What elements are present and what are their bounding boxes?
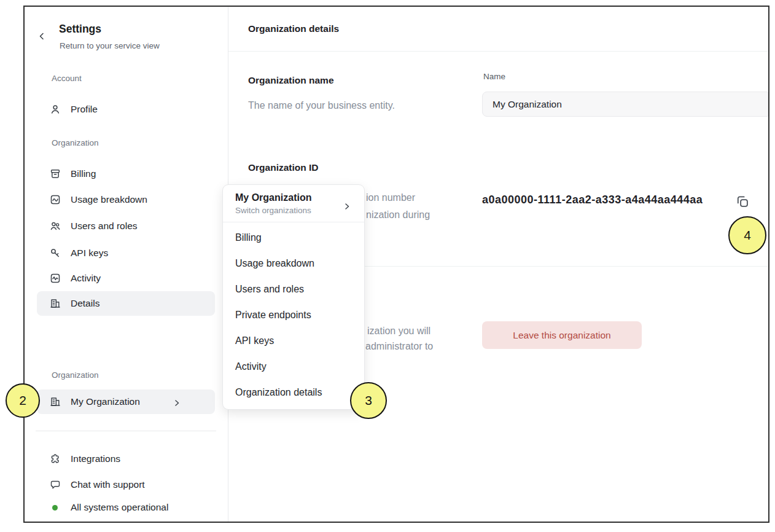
chevron-right-icon [173, 398, 181, 405]
sidebar-item-label: Chat with support [71, 479, 145, 490]
popup-menu-list: Billing Usage breakdown Users and roles … [223, 222, 364, 409]
organization-name-input[interactable] [482, 92, 768, 117]
section-label-organization: Organization [52, 138, 99, 147]
annotation-step-4: 4 [728, 216, 766, 254]
status-dot-icon [52, 505, 58, 510]
page-title: Organization details [248, 23, 339, 34]
section-label-account: Account [52, 74, 82, 83]
sidebar-item-activity[interactable]: Activity [37, 266, 215, 291]
sidebar-item-profile[interactable]: Profile [37, 97, 215, 122]
sidebar-item-usage-breakdown[interactable]: Usage breakdown [37, 187, 215, 212]
users-icon [50, 221, 61, 232]
sidebar-item-label: My Organization [71, 396, 140, 407]
sidebar-item-label: Details [71, 298, 99, 309]
sidebar-subtitle: Return to your service view [60, 41, 160, 50]
sidebar-item-label: Billing [71, 168, 96, 179]
menu-item-organization-details[interactable]: Organization details [223, 380, 364, 405]
status-label: All systems operational [71, 502, 168, 513]
name-field-label: Name [483, 72, 505, 81]
menu-item-billing[interactable]: Billing [223, 225, 364, 251]
sidebar-item-api-keys[interactable]: API keys [37, 241, 215, 265]
app-window: Settings Return to your service view Acc… [23, 6, 769, 523]
sidebar-item-chat-support[interactable]: Chat with support [37, 472, 215, 497]
back-chevron-icon[interactable] [37, 32, 46, 41]
key-icon [50, 248, 61, 259]
org-switcher-header[interactable]: My Organization Switch organizations [223, 185, 364, 222]
usage-chart-icon [50, 194, 61, 205]
section-label-organization-switcher: Organization [52, 370, 99, 380]
sidebar-item-integrations[interactable]: Integrations [37, 447, 215, 471]
popup-switch-label: Switch organizations [235, 206, 352, 215]
page: Settings Return to your service view Acc… [0, 0, 775, 532]
settings-sidebar: Settings Return to your service view Acc… [25, 7, 228, 522]
billing-icon [50, 168, 61, 179]
sidebar-item-my-organization[interactable]: My Organization [37, 389, 215, 414]
activity-icon [50, 273, 61, 284]
sidebar-item-label: Users and roles [71, 221, 138, 232]
person-icon [50, 104, 61, 115]
divider [228, 51, 768, 52]
sidebar-item-details[interactable]: Details [37, 291, 215, 316]
org-id-heading: Organization ID [248, 162, 319, 173]
menu-item-activity[interactable]: Activity [223, 354, 364, 380]
sidebar-item-label: Integrations [71, 453, 120, 464]
menu-item-api-keys[interactable]: API keys [223, 328, 364, 354]
org-name-heading: Organization name [248, 75, 334, 86]
leave-organization-button[interactable]: Leave this organization [482, 321, 642, 349]
sidebar-item-label: Activity [71, 273, 101, 284]
annotation-step-2: 2 [6, 383, 40, 418]
puzzle-icon [50, 453, 61, 464]
organization-menu-popup: My Organization Switch organizations Bil… [222, 184, 365, 410]
leave-description-fragment: ization you will [367, 326, 430, 337]
menu-item-private-endpoints[interactable]: Private endpoints [223, 302, 364, 328]
copy-icon [735, 201, 750, 211]
building-icon [50, 396, 61, 407]
org-id-description-fragment: ion number [366, 192, 415, 203]
system-status[interactable]: All systems operational [37, 495, 215, 520]
sidebar-divider [36, 431, 216, 431]
copy-button[interactable] [734, 193, 751, 210]
sidebar-title: Settings [59, 23, 101, 36]
chat-bubble-icon [50, 479, 61, 490]
sidebar-item-label: Profile [71, 104, 98, 115]
sidebar-item-users-and-roles[interactable]: Users and roles [37, 214, 215, 238]
sidebar-item-label: API keys [71, 248, 108, 259]
annotation-step-3: 3 [350, 382, 387, 419]
building-icon [50, 298, 61, 309]
organization-id-value: a0a00000-1111-2aa2-a333-a4a44aa444aa [482, 194, 703, 206]
menu-item-users-and-roles[interactable]: Users and roles [223, 276, 364, 302]
menu-item-usage-breakdown[interactable]: Usage breakdown [223, 251, 364, 276]
sidebar-item-billing[interactable]: Billing [37, 162, 215, 186]
org-id-description-fragment: nization during [366, 209, 430, 221]
popup-org-name: My Organization [235, 192, 352, 203]
org-name-description: The name of your business entity. [248, 100, 395, 111]
chevron-right-icon [343, 201, 351, 209]
leave-description-fragment: administrator to [365, 341, 433, 352]
sidebar-item-label: Usage breakdown [71, 194, 147, 205]
